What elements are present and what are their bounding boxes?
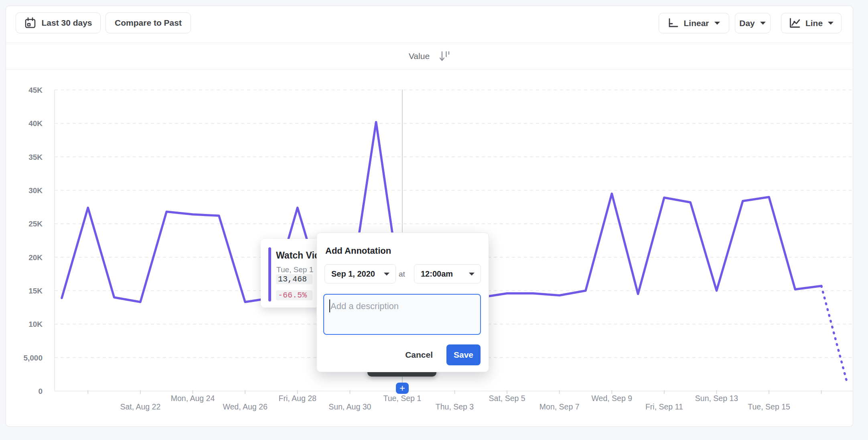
- add-annotation-button[interactable]: +: [396, 383, 409, 394]
- y-axis-label: 25K: [28, 220, 43, 228]
- chevron-down-icon: [383, 272, 390, 276]
- x-axis-label: Sun, Sep 13: [695, 394, 738, 403]
- value-header: Value: [6, 43, 853, 69]
- save-button[interactable]: Save: [446, 344, 481, 365]
- chevron-down-icon: [714, 21, 720, 25]
- x-axis-label: Tue, Sep 15: [748, 402, 790, 411]
- sort-descending-icon[interactable]: [439, 51, 450, 62]
- analytics-card: Last 30 days Compare to Past Linear Day …: [6, 6, 853, 427]
- calendar-icon: [24, 17, 37, 29]
- date-range-button[interactable]: Last 30 days: [16, 12, 101, 33]
- annotation-time-select[interactable]: 12:00am: [414, 264, 481, 283]
- scale-label: Linear: [683, 18, 709, 28]
- date-range-label: Last 30 days: [41, 18, 92, 28]
- annotation-date-select[interactable]: Sep 1, 2020: [324, 264, 396, 283]
- y-axis-label: 5,000: [23, 354, 43, 362]
- interval-label: Day: [739, 18, 755, 28]
- annotation-date-value: Sep 1, 2020: [331, 269, 375, 279]
- line-chart-icon: [789, 18, 801, 29]
- y-axis-label: 15K: [28, 287, 43, 295]
- axes-icon: [667, 18, 679, 29]
- interval-dropdown[interactable]: Day: [735, 13, 771, 33]
- chart-type-dropdown[interactable]: Line: [781, 13, 842, 33]
- tooltip-date: Tue, Sep 1: [276, 265, 313, 274]
- x-axis-label: Fri, Aug 28: [279, 394, 316, 403]
- y-axis-label: 30K: [28, 186, 43, 195]
- annotation-description-input[interactable]: Add a description: [323, 294, 481, 335]
- text-cursor: [329, 299, 330, 312]
- data-line-incomplete-dotted: [821, 286, 848, 384]
- y-axis-label: 0: [38, 387, 43, 395]
- tooltip-accent-bar: [268, 247, 271, 301]
- x-axis-label: Sat, Aug 22: [120, 402, 160, 411]
- modal-title: Add Annotation: [325, 246, 391, 256]
- annotation-time-value: 12:00am: [421, 269, 453, 279]
- x-axis-label: Fri, Sep 11: [645, 402, 683, 411]
- compare-to-past-button[interactable]: Compare to Past: [105, 12, 191, 33]
- x-axis-label: Tue, Sep 1: [383, 394, 422, 403]
- x-axis-label: Sun, Aug 30: [329, 402, 371, 411]
- scale-dropdown[interactable]: Linear: [659, 13, 729, 33]
- tooltip-change: -66.5%: [276, 290, 312, 300]
- at-label: at: [399, 270, 405, 279]
- add-annotation-modal: Add Annotation Sep 1, 2020 at 12:00am Ad…: [316, 232, 489, 372]
- description-placeholder: Add a description: [331, 301, 399, 312]
- chevron-down-icon: [827, 21, 834, 25]
- x-axis-label: Mon, Sep 7: [539, 402, 580, 411]
- y-axis-label: 20K: [28, 253, 43, 262]
- y-axis-label: 35K: [28, 153, 43, 161]
- tooltip-series-name: Watch Vid: [276, 250, 320, 261]
- compare-label: Compare to Past: [115, 18, 182, 28]
- x-axis-label: Wed, Sep 9: [592, 394, 633, 403]
- x-axis-label: Wed, Aug 26: [223, 402, 267, 411]
- chevron-down-icon: [760, 21, 766, 25]
- x-axis-label: Thu, Sep 3: [436, 402, 474, 411]
- chevron-down-icon: [468, 272, 475, 276]
- tooltip-value: 13,468: [276, 274, 312, 284]
- value-column-label: Value: [409, 51, 430, 61]
- x-axis-label: Mon, Aug 24: [171, 394, 215, 403]
- y-axis-label: 40K: [28, 119, 43, 128]
- x-axis-label: Sat, Sep 5: [489, 394, 525, 403]
- chart-type-label: Line: [805, 18, 823, 28]
- cancel-button[interactable]: Cancel: [405, 350, 433, 360]
- y-axis-label: 10K: [28, 320, 43, 328]
- y-axis-label: 45K: [28, 86, 43, 94]
